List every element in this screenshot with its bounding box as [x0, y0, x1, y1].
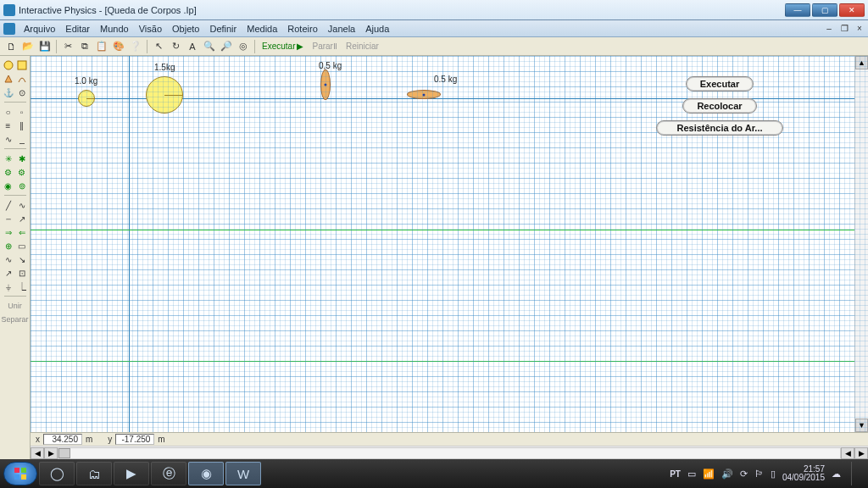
scroll-left-button[interactable]: ◀	[31, 447, 44, 459]
open-button[interactable]: 📂	[20, 39, 36, 54]
fit-tool[interactable]: ◎	[236, 39, 251, 54]
stop-button[interactable]: Parar Ⅱ	[309, 42, 340, 51]
menu-ajuda[interactable]: Ajuda	[360, 22, 394, 36]
mdi-minimize-button[interactable]: –	[822, 23, 836, 35]
taskbar-chrome[interactable]: ◯	[39, 462, 75, 485]
tray-weather-icon[interactable]: ☁	[832, 469, 841, 480]
spline-tool[interactable]: ∿	[3, 133, 14, 145]
taskbar-word[interactable]: W	[225, 462, 261, 485]
polygon-tool[interactable]	[3, 73, 14, 85]
actuator-tool[interactable]: ⇒	[3, 226, 14, 238]
zoom-in-tool[interactable]: 🔍	[202, 39, 217, 54]
tray-flag-icon[interactable]: ▭	[687, 469, 696, 480]
wave-tool[interactable]: ∿	[3, 253, 14, 265]
spring-tool[interactable]: ╱	[3, 199, 14, 211]
cut-button[interactable]: ✂	[60, 39, 75, 54]
menu-definir[interactable]: Definir	[204, 22, 242, 36]
taskbar-interactive-physics[interactable]: ◉	[188, 462, 224, 485]
meter-tool[interactable]: ⊕	[3, 240, 14, 252]
scroll-right-button[interactable]: ▶	[854, 447, 868, 459]
taskbar-explorer[interactable]: 🗂	[76, 462, 112, 485]
menu-medida[interactable]: Medida	[242, 22, 282, 36]
tray-volume-icon[interactable]: 🔊	[721, 469, 733, 480]
point-tool[interactable]: ○	[3, 106, 14, 118]
ellipse-horizontal[interactable]	[407, 90, 441, 99]
paint-button[interactable]: 🎨	[111, 39, 126, 54]
ball-large[interactable]	[146, 76, 183, 114]
paste-button[interactable]: 📋	[94, 39, 109, 54]
link-label[interactable]: Unir	[8, 300, 22, 312]
pointer-tool[interactable]: ↖	[151, 39, 166, 54]
square-joint-tool[interactable]: ▫	[16, 106, 28, 118]
belt-tool[interactable]: ⊚	[16, 180, 28, 191]
wall-tool[interactable]: ⎿	[16, 280, 28, 292]
new-button[interactable]: 🗋	[3, 39, 19, 54]
actuator2-tool[interactable]: ⇐	[16, 226, 28, 238]
scroll-left2-button[interactable]: ▶	[44, 447, 58, 459]
graph-tool[interactable]: ▭	[16, 240, 28, 252]
tray-language[interactable]: PT	[670, 469, 681, 479]
rope-tool[interactable]: ⎓	[3, 213, 14, 225]
scroll-up-button[interactable]: ▲	[855, 56, 868, 69]
menu-editar[interactable]: Editar	[60, 22, 95, 36]
ball-small[interactable]	[78, 90, 95, 107]
gear2-tool[interactable]: ✱	[16, 152, 28, 164]
close-button[interactable]: ✕	[839, 3, 865, 17]
horizontal-scrollbar[interactable]: ◀ ▶ ◀ ▶	[31, 446, 868, 459]
vector-tool[interactable]: ↗	[3, 267, 14, 279]
help-button[interactable]: ❔	[128, 39, 143, 54]
separate-label[interactable]: Separar	[1, 313, 28, 325]
motor2-tool[interactable]: ⚙	[16, 166, 28, 178]
menu-janela[interactable]: Janela	[323, 22, 360, 36]
run-button[interactable]: Executar▶	[259, 42, 307, 51]
rod-tool[interactable]: ⎯	[16, 133, 28, 145]
sim-run-button[interactable]: Executar	[686, 76, 754, 92]
taskbar-ie[interactable]: ⓔ	[151, 462, 186, 485]
maximize-button[interactable]: ▢	[812, 3, 837, 17]
tray-battery-icon[interactable]: ▯	[771, 469, 776, 480]
tray-network-icon[interactable]: 📶	[703, 469, 715, 480]
misc-tool[interactable]: ⊡	[16, 267, 28, 279]
force-tool[interactable]: ↗	[16, 213, 28, 225]
motor-tool[interactable]: ⚙	[3, 166, 14, 178]
circle-tool[interactable]	[3, 59, 14, 71]
vline-tool[interactable]: ‖	[16, 119, 28, 131]
show-desktop-button[interactable]	[851, 462, 860, 485]
start-button[interactable]	[3, 462, 37, 485]
mdi-restore-button[interactable]: ❐	[837, 23, 851, 35]
mdi-close-button[interactable]: ×	[853, 23, 866, 35]
menu-roteiro[interactable]: Roteiro	[282, 22, 322, 36]
rotate-tool[interactable]: ↻	[168, 39, 183, 54]
ground-tool[interactable]: ⏚	[3, 280, 14, 292]
line-tool[interactable]: ≡	[3, 119, 14, 131]
square-tool[interactable]	[16, 59, 28, 71]
scroll-down-button[interactable]: ▼	[855, 419, 868, 432]
arrow-tool[interactable]: ↘	[16, 253, 28, 265]
menu-objeto[interactable]: Objeto	[167, 22, 204, 36]
vertical-scrollbar[interactable]: ▲ ▼	[854, 56, 868, 432]
menu-mundo[interactable]: Mundo	[95, 22, 134, 36]
simulation-canvas[interactable]: 1.0 kg 1.5kg 0,5 kg 0.5 kg Executar Reco…	[31, 56, 868, 432]
anchor-tool[interactable]: ⚓	[3, 86, 14, 98]
taskbar-media[interactable]: ▶	[114, 462, 149, 485]
zoom-out-tool[interactable]: 🔎	[219, 39, 234, 54]
gear-tool[interactable]: ✳	[3, 152, 14, 164]
tray-action-icon[interactable]: 🏳	[754, 469, 764, 479]
tray-clock[interactable]: 21:57 04/09/2015	[782, 465, 825, 483]
tray-updates-icon[interactable]: ⟳	[740, 469, 748, 480]
menu-arquivo[interactable]: Arquivo	[19, 22, 60, 36]
reset-button[interactable]: Reiniciar	[342, 42, 382, 51]
save-button[interactable]: 💾	[37, 39, 53, 54]
sim-air-button[interactable]: Resistência do Ar...	[656, 120, 783, 136]
scroll-right2-button[interactable]: ◀	[841, 447, 854, 459]
ellipse-vertical[interactable]	[320, 69, 331, 100]
pin-tool[interactable]: ⊙	[16, 86, 28, 98]
sim-reset-button[interactable]: Recolocar	[682, 98, 756, 114]
menu-visao[interactable]: Visão	[134, 22, 167, 36]
curve-tool[interactable]	[16, 73, 28, 85]
text-tool[interactable]: A	[185, 39, 200, 54]
pulley-tool[interactable]: ◉	[3, 180, 14, 191]
minimize-button[interactable]: —	[785, 3, 810, 17]
damper-tool[interactable]: ∿	[16, 199, 28, 211]
copy-button[interactable]: ⧉	[77, 39, 92, 54]
